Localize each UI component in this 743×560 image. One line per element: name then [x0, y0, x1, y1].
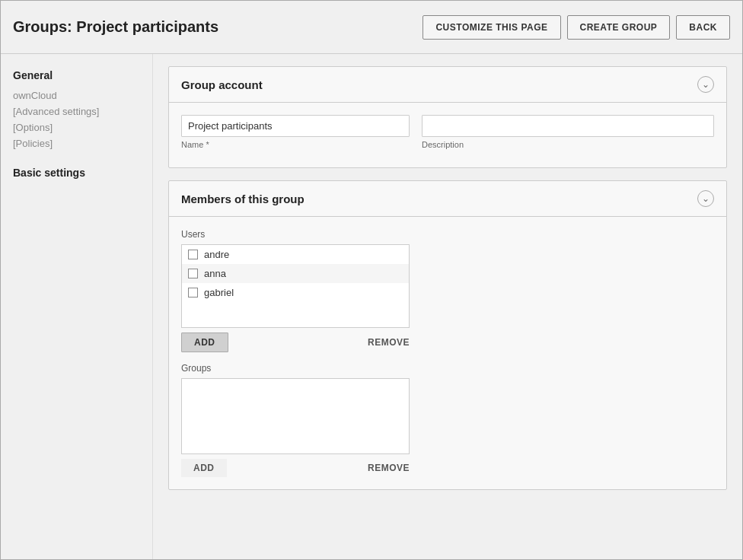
users-action-row: ADD REMOVE — [181, 332, 410, 352]
user-andre-label: andre — [204, 249, 229, 260]
user-andre-checkbox[interactable] — [188, 250, 198, 259]
group-account-collapse-icon[interactable]: ⌄ — [697, 76, 714, 93]
group-account-panel: Group account ⌄ Name * Description — [168, 66, 727, 168]
users-listbox[interactable]: andre anna gabriel — [181, 244, 410, 328]
members-header: Members of this group ⌄ — [169, 181, 726, 217]
sidebar-general-title: General — [13, 69, 140, 81]
users-label: Users — [181, 229, 714, 240]
name-form-group: Name * — [181, 115, 410, 149]
description-form-group: Description — [422, 115, 714, 149]
group-account-body: Name * Description — [169, 103, 726, 167]
back-button[interactable]: BACK — [676, 15, 730, 40]
content-area: Group account ⌄ Name * Description — [153, 54, 742, 559]
add-users-button[interactable]: ADD — [181, 332, 228, 352]
app-container: Groups: Project participants CUSTOMIZE T… — [0, 0, 743, 560]
members-body: Users andre anna gabriel — [169, 217, 726, 489]
group-account-form-row: Name * Description — [181, 115, 714, 149]
group-account-title: Group account — [181, 78, 263, 91]
list-item[interactable]: anna — [182, 264, 409, 283]
name-input[interactable] — [181, 115, 410, 137]
header-buttons: CUSTOMIZE THIS PAGE CREATE GROUP BACK — [423, 15, 730, 40]
groups-label: Groups — [181, 363, 714, 374]
list-item[interactable]: gabriel — [182, 283, 409, 302]
sidebar-item-owncloud[interactable]: ownCloud — [13, 88, 140, 103]
add-groups-button[interactable]: ADD — [181, 459, 227, 477]
header: Groups: Project participants CUSTOMIZE T… — [1, 1, 742, 54]
user-gabriel-label: gabriel — [204, 287, 234, 298]
name-label: Name * — [181, 140, 410, 149]
user-gabriel-checkbox[interactable] — [188, 288, 198, 298]
sidebar-item-options[interactable]: [Options] — [13, 119, 140, 135]
remove-groups-button[interactable]: REMOVE — [368, 463, 410, 473]
sidebar-item-policies[interactable]: [Policies] — [13, 135, 140, 151]
members-collapse-icon[interactable]: ⌄ — [697, 190, 714, 207]
user-anna-label: anna — [204, 268, 226, 279]
description-input[interactable] — [422, 115, 714, 137]
groups-listbox[interactable] — [181, 378, 410, 454]
sidebar-basic-settings-title: Basic settings — [13, 167, 140, 179]
group-account-header: Group account ⌄ — [169, 67, 726, 103]
customize-page-button[interactable]: CUSTOMIZE THIS PAGE — [423, 15, 560, 40]
sidebar: General ownCloud [Advanced settings] [Op… — [1, 54, 153, 559]
remove-users-button[interactable]: REMOVE — [368, 337, 410, 348]
groups-action-row: ADD REMOVE — [181, 459, 410, 477]
description-label: Description — [422, 140, 714, 149]
user-anna-checkbox[interactable] — [188, 269, 198, 278]
members-title: Members of this group — [181, 192, 305, 205]
main-layout: General ownCloud [Advanced settings] [Op… — [1, 54, 742, 559]
create-group-button[interactable]: CREATE GROUP — [567, 15, 671, 40]
list-item[interactable]: andre — [182, 245, 409, 264]
page-title: Groups: Project participants — [13, 18, 218, 36]
sidebar-item-advanced-settings[interactable]: [Advanced settings] — [13, 103, 140, 119]
members-panel: Members of this group ⌄ Users andre anna — [168, 180, 727, 490]
